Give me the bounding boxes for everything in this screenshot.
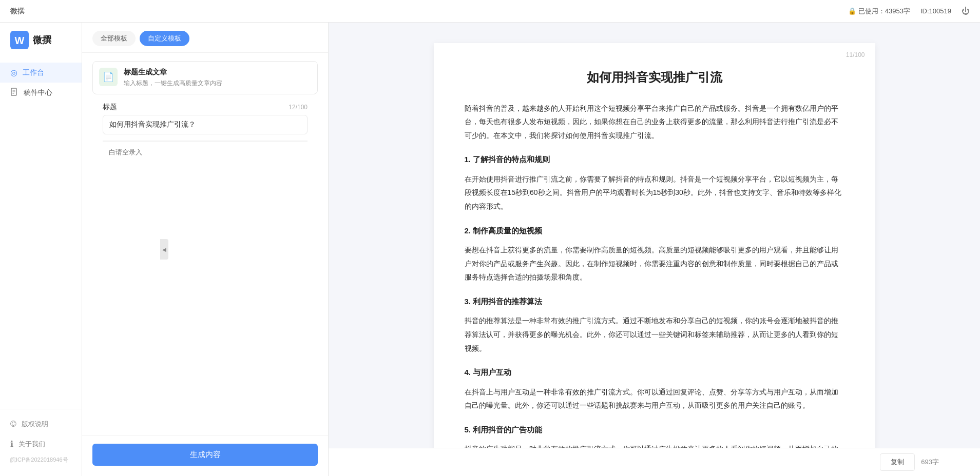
- tab-bar: 全部模板 自定义模板: [82, 23, 328, 53]
- sidebar: W 微撰 ◎ 工作台 稿件中心 © 版权说明 ℹ 关于我们: [0, 23, 82, 476]
- page-count: 11/100: [846, 51, 865, 58]
- preview-doc: 11/100 如何用抖音实现推广引流 随着抖音的普及，越来越多的人开始利用这个短…: [434, 43, 875, 448]
- intro-text: 随着抖音的普及，越来越多的人开始利用这个短视频分享平台来推广自己的产品或服务。抖…: [465, 102, 844, 143]
- section-5: 5. 利用抖音的广告功能 抖音的广告功能是一种非常有效的推广引流方式。你可以通过…: [465, 423, 844, 448]
- generate-button[interactable]: 生成内容: [92, 444, 318, 466]
- about-icon: ℹ: [10, 439, 13, 449]
- template-card[interactable]: 📄 标题生成文章 输入标题，一键生成高质量文章内容: [92, 61, 318, 94]
- section-intro: 随着抖音的普及，越来越多的人开始利用这个短视频分享平台来推广自己的产品或服务。抖…: [465, 102, 844, 143]
- section-1: 1. 了解抖音的特点和规则 在开始使用抖音进行推广引流之前，你需要了解抖音的特点…: [465, 152, 844, 213]
- logo-text: 微撰: [33, 34, 51, 46]
- sidebar-bottom: © 版权说明 ℹ 关于我们 皖ICP备2022018946号: [0, 409, 82, 476]
- left-panel: 全部模板 自定义模板 📄 标题生成文章 输入标题，一键生成高质量文章内容 标题 …: [82, 23, 329, 476]
- sidebar-item-label-about: 关于我们: [18, 440, 45, 449]
- tab-custom[interactable]: 自定义模板: [140, 31, 189, 46]
- sidebar-item-workbench[interactable]: ◎ 工作台: [0, 63, 82, 83]
- section-3-heading: 3. 利用抖音的推荐算法: [465, 294, 844, 309]
- template-card-title: 标题生成文章: [124, 68, 311, 77]
- sidebar-item-label-drafts: 稿件中心: [24, 88, 52, 97]
- preview-wrapper: 11/100 如何用抖音实现推广引流 随着抖音的普及，越来越多的人开始利用这个短…: [329, 23, 980, 448]
- section-4-body: 在抖音上与用户互动是一种非常有效的推广引流方式。你可以通过回复评论、点赞、分享等…: [465, 385, 844, 412]
- preview-title: 如何用抖音实现推广引流: [465, 69, 844, 86]
- word-count-display: 🔒 已使用：43953字: [848, 7, 910, 16]
- preview-body: 随着抖音的普及，越来越多的人开始利用这个短视频分享平台来推广自己的产品或服务。抖…: [465, 102, 844, 448]
- section-2: 2. 制作高质量的短视频 要想在抖音上获得更多的流量，你需要制作高质量的短视频。…: [465, 224, 844, 284]
- sidebar-item-label-copyright: 版权说明: [22, 420, 48, 429]
- section-4: 4. 与用户互动 在抖音上与用户互动是一种非常有效的推广引流方式。你可以通过回复…: [465, 365, 844, 412]
- sidebar-item-label-workbench: 工作台: [23, 68, 44, 77]
- template-section: 📄 标题生成文章 输入标题，一键生成高质量文章内容 标题 12/100: [82, 53, 328, 435]
- svg-text:W: W: [15, 35, 25, 46]
- content-area: ◀ 全部模板 自定义模板 📄 标题生成文章 输入标题，一键生成高质量文章内容 标…: [82, 23, 980, 476]
- workbench-icon: ◎: [10, 68, 17, 77]
- preview-bottom: 复制 693字: [329, 448, 980, 476]
- topbar-right: 🔒 已使用：43953字 ID:100519 ⏻: [848, 7, 970, 16]
- section-1-body: 在开始使用抖音进行推广引流之前，你需要了解抖音的特点和规则。抖音是一个短视频分享…: [465, 172, 844, 213]
- field-header-title: 标题 12/100: [103, 103, 308, 112]
- section-1-heading: 1. 了解抖音的特点和规则: [465, 152, 844, 167]
- topbar-title: 微撰: [10, 7, 25, 16]
- user-id: ID:100519: [920, 7, 951, 15]
- copyright-icon: ©: [10, 420, 16, 429]
- word-count-icon: 🔒: [848, 7, 856, 15]
- copy-button[interactable]: 复制: [880, 453, 915, 471]
- section-2-body: 要想在抖音上获得更多的流量，你需要制作高质量的短视频。高质量的短视频能够吸引更多…: [465, 243, 844, 284]
- content-textarea[interactable]: [103, 141, 308, 223]
- main-layout: W 微撰 ◎ 工作台 稿件中心 © 版权说明 ℹ 关于我们: [0, 23, 980, 476]
- sidebar-item-about[interactable]: ℹ 关于我们: [0, 434, 82, 454]
- drafts-icon: [10, 88, 18, 98]
- title-char-count: 12/100: [289, 104, 308, 111]
- power-button[interactable]: ⏻: [962, 7, 970, 16]
- sidebar-item-copyright[interactable]: © 版权说明: [0, 414, 82, 434]
- title-field-label: 标题: [103, 103, 117, 112]
- logo-area: W 微撰: [0, 23, 82, 57]
- section-2-heading: 2. 制作高质量的短视频: [465, 224, 844, 239]
- word-stat: 693字: [921, 458, 939, 467]
- sidebar-item-drafts[interactable]: 稿件中心: [0, 83, 82, 103]
- template-card-desc: 输入标题，一键生成高质量文章内容: [124, 79, 311, 88]
- word-used-label: 已使用：: [858, 7, 885, 15]
- section-4-heading: 4. 与用户互动: [465, 365, 844, 380]
- sidebar-nav: ◎ 工作台 稿件中心: [0, 57, 82, 409]
- section-3: 3. 利用抖音的推荐算法 抖音的推荐算法是一种非常有效的推广引流方式。通过不断地…: [465, 294, 844, 355]
- title-input[interactable]: [103, 115, 308, 134]
- template-card-icon: 📄: [99, 68, 118, 86]
- template-card-content: 标题生成文章 输入标题，一键生成高质量文章内容: [124, 68, 311, 88]
- icp-text: 皖ICP备2022018946号: [0, 454, 82, 468]
- section-3-body: 抖音的推荐算法是一种非常有效的推广引流方式。通过不断地发布和分享自己的短视频，你…: [465, 314, 844, 355]
- tab-all[interactable]: 全部模板: [92, 31, 136, 46]
- collapse-button[interactable]: ◀: [160, 239, 168, 260]
- form-section: 标题 12/100: [92, 103, 318, 225]
- section-5-heading: 5. 利用抖音的广告功能: [465, 423, 844, 438]
- topbar: 微撰 🔒 已使用：43953字 ID:100519 ⏻: [0, 0, 980, 23]
- generate-area: 生成内容: [82, 435, 328, 476]
- section-5-body: 抖音的广告功能是一种非常有效的推广引流方式。你可以通过广告投放来让更多的人看到你…: [465, 442, 844, 448]
- logo-icon: W: [10, 31, 29, 49]
- word-count-value: 43953字: [885, 7, 910, 15]
- right-panel: 11/100 如何用抖音实现推广引流 随着抖音的普及，越来越多的人开始利用这个短…: [329, 23, 980, 476]
